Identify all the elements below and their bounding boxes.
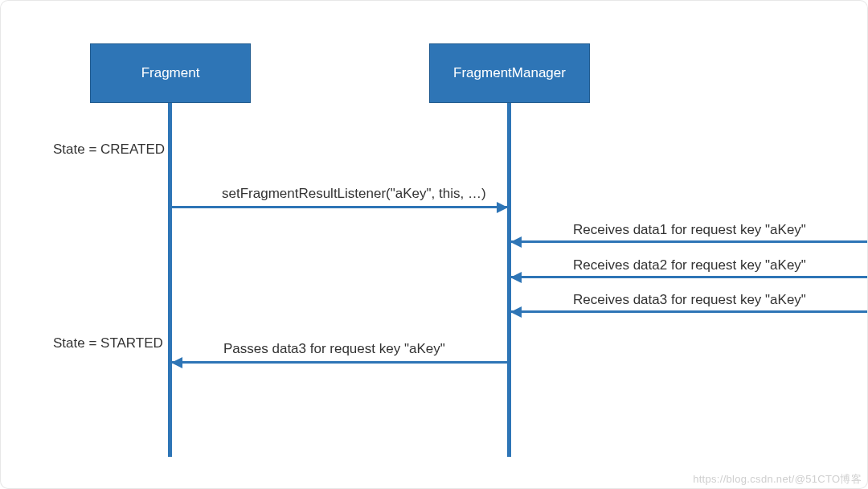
- arrow-receive3: [511, 310, 868, 313]
- participant-fragment-box: Fragment: [90, 43, 251, 103]
- sequence-diagram: Fragment FragmentManager State = CREATED…: [0, 0, 868, 489]
- message-receive1-label: Receives data1 for request key "aKey": [573, 222, 806, 238]
- state-started-label: State = STARTED: [53, 335, 163, 351]
- arrow-set-listener: [171, 206, 507, 208]
- arrow-receive1: [511, 240, 868, 243]
- arrow-pass-data3: [172, 361, 507, 364]
- lifeline-fragment: [168, 103, 172, 457]
- participant-fragment-manager-label: FragmentManager: [453, 65, 566, 81]
- message-receive3-label: Receives data3 for request key "aKey": [573, 292, 806, 308]
- message-pass-data3-label: Passes data3 for request key "aKey": [223, 341, 445, 357]
- state-created-label: State = CREATED: [53, 142, 165, 158]
- arrow-receive2: [511, 276, 868, 278]
- participant-fragment-manager-box: FragmentManager: [429, 43, 590, 103]
- message-set-listener-label: setFragmentResultListener("aKey", this, …: [222, 186, 486, 202]
- watermark-text: https://blog.csdn.net/@51CTO博客: [693, 472, 862, 487]
- message-receive2-label: Receives data2 for request key "aKey": [573, 257, 806, 273]
- participant-fragment-label: Fragment: [141, 65, 200, 81]
